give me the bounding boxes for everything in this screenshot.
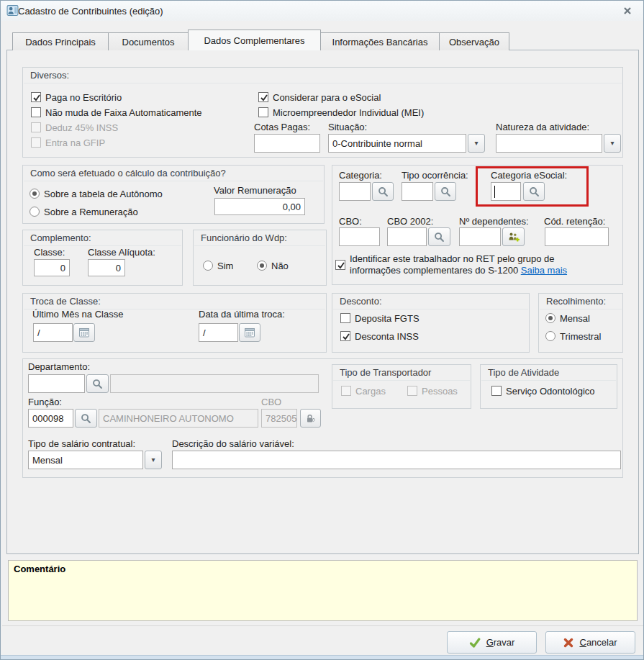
data-ultima-troca-input[interactable]: / bbox=[199, 323, 238, 342]
checkbox-label: Não muda de Faixa Automaticamente bbox=[45, 107, 202, 118]
checkbox-servico-odontologico[interactable]: Serviço Odontológico bbox=[491, 385, 595, 397]
natureza-atividade-select[interactable] bbox=[496, 134, 602, 153]
cbo-lookup-button[interactable] bbox=[300, 409, 321, 428]
departamento-name-field bbox=[110, 374, 319, 393]
tipo-salario-select[interactable]: Mensal bbox=[28, 451, 143, 469]
gravar-button[interactable]: Gravar bbox=[447, 631, 537, 654]
group-title: Funcionário do Wdp: bbox=[201, 232, 287, 243]
cancelar-button[interactable]: Cancelar bbox=[545, 631, 635, 654]
departamento-search-button[interactable] bbox=[86, 374, 109, 393]
radio-recolhimento-trimestral[interactable]: Trimestral bbox=[545, 330, 601, 342]
classe-aliquota-input[interactable]: 0 bbox=[88, 259, 125, 276]
tab-observacao[interactable]: Observação bbox=[439, 32, 509, 50]
categoria-label: Categoria: bbox=[339, 170, 382, 181]
annotation-highlight-categoria-esocial bbox=[476, 166, 589, 207]
ultimo-mes-input[interactable]: / bbox=[33, 323, 73, 342]
check-icon bbox=[469, 637, 481, 648]
checkbox-box bbox=[31, 92, 41, 102]
data-ultima-troca-calendar-button[interactable] bbox=[239, 323, 260, 342]
funcao-name-field: CAMINHONEIRO AUTONOMO bbox=[99, 409, 258, 428]
radio-sobre-remuneracao[interactable]: Sobre a Remuneração bbox=[30, 206, 138, 217]
situacao-select[interactable]: 0-Contribuinte normal bbox=[328, 134, 466, 153]
chevron-down-icon: ▾ bbox=[151, 456, 155, 464]
group-separator bbox=[481, 380, 616, 381]
funcao-input[interactable]: 000098 bbox=[28, 409, 73, 428]
funcao-search-button[interactable] bbox=[75, 409, 97, 428]
radio-label: Sobre a Remuneração bbox=[44, 207, 138, 217]
calendar-icon bbox=[244, 327, 255, 338]
checkbox-desconta-inss[interactable]: Desconta INSS bbox=[340, 330, 419, 342]
cotas-pagas-input[interactable] bbox=[254, 134, 320, 153]
categoria-search-button[interactable] bbox=[372, 182, 394, 201]
group-separator bbox=[333, 380, 470, 381]
tab-dados-principais[interactable]: Dados Principais bbox=[12, 32, 109, 50]
checkbox-label: Cargas bbox=[355, 386, 386, 397]
tab-documentos[interactable]: Documentos bbox=[108, 32, 189, 50]
num-dependentes-label: Nº dependentes: bbox=[459, 216, 529, 227]
classe-label: Classe: bbox=[34, 247, 65, 258]
comentario-area[interactable]: Comentário bbox=[8, 560, 638, 621]
cod-retencao-label: Cód. retenção: bbox=[544, 216, 605, 227]
checkbox-entra-na-gfip: Entra na GFIP bbox=[31, 137, 105, 148]
group-title: Desconto: bbox=[340, 296, 382, 307]
checkbox-box bbox=[31, 122, 41, 132]
situacao-dropdown-button[interactable]: ▾ bbox=[468, 134, 485, 153]
chevron-down-icon: ▾ bbox=[610, 140, 614, 147]
cbo-2002-search-button[interactable] bbox=[428, 227, 450, 246]
tipo-ocorrencia-search-button[interactable] bbox=[435, 182, 456, 201]
radio-circle bbox=[257, 261, 267, 271]
chevron-down-icon: ▾ bbox=[474, 140, 478, 147]
dialog-cadastro-contribuintes: Cadastro de Contribuintes (edição) Dados… bbox=[0, 0, 644, 660]
checkbox-label: Identificar este trabalhador no RET pelo… bbox=[350, 253, 606, 276]
natureza-dropdown-button[interactable]: ▾ bbox=[604, 134, 621, 153]
checkbox-label: Deposita FGTS bbox=[355, 313, 419, 324]
categoria-input[interactable] bbox=[339, 182, 371, 201]
cod-retencao-input[interactable] bbox=[545, 227, 609, 246]
checkbox-deposita-fgts[interactable]: Deposita FGTS bbox=[340, 312, 419, 324]
radio-circle bbox=[30, 207, 40, 217]
checkbox-considerar-esocial[interactable]: Considerar para o eSocial bbox=[258, 91, 381, 103]
desc-salario-input[interactable] bbox=[172, 451, 621, 469]
title-bar: Cadastro de Contribuintes (edição) bbox=[1, 1, 643, 21]
lock-drop-icon bbox=[305, 413, 316, 424]
radio-wdp-nao[interactable]: Não bbox=[257, 260, 289, 271]
tab-dados-complementares[interactable]: Dados Complementares bbox=[188, 30, 321, 50]
checkbox-box bbox=[258, 107, 268, 117]
checkbox-deduz-45-inss: Deduz 45% INSS bbox=[31, 122, 118, 133]
checkbox-box bbox=[340, 331, 350, 341]
checkbox-box bbox=[340, 313, 350, 323]
classe-input[interactable]: 0 bbox=[34, 259, 70, 276]
group-title: Troca de Classe: bbox=[30, 296, 101, 307]
tab-informacoes-bancarias[interactable]: Informações Bancárias bbox=[320, 32, 440, 50]
tipo-salario-dropdown-button[interactable]: ▾ bbox=[145, 451, 162, 469]
cbo-input[interactable] bbox=[339, 227, 380, 246]
tipo-ocorrencia-label: Tipo ocorrência: bbox=[402, 170, 468, 181]
radio-sobre-tabela-autonomo[interactable]: Sobre a tabela de Autônomo bbox=[30, 188, 163, 199]
checkbox-mei[interactable]: Microempreendedor Individual (MEI) bbox=[258, 107, 424, 118]
saiba-mais-link[interactable]: Saiba mais bbox=[521, 265, 567, 276]
ultimo-mes-calendar-button[interactable] bbox=[73, 323, 95, 342]
classe-aliquota-label: Classe Alíquota: bbox=[88, 247, 155, 258]
close-icon[interactable] bbox=[617, 3, 638, 19]
checkbox-identificar-ret[interactable]: Identificar este trabalhador no RET pelo… bbox=[335, 252, 617, 278]
group-separator bbox=[24, 181, 323, 181]
num-dependentes-input[interactable] bbox=[459, 227, 501, 246]
departamento-input[interactable] bbox=[28, 374, 85, 393]
group-title: Como será efetuado o cálculo da contribu… bbox=[30, 168, 226, 178]
group-separator bbox=[24, 245, 181, 246]
checkbox-paga-no-escritorio[interactable]: Paga no Escritório bbox=[31, 91, 122, 103]
radio-wdp-sim[interactable]: Sim bbox=[203, 260, 233, 271]
cbo-2002-input[interactable] bbox=[387, 227, 427, 246]
valor-remuneracao-input[interactable]: 0,00 bbox=[214, 198, 305, 215]
funcao-label: Função: bbox=[28, 397, 62, 407]
add-people-icon bbox=[508, 232, 520, 242]
radio-recolhimento-mensal[interactable]: Mensal bbox=[545, 312, 590, 324]
tipo-ocorrencia-input[interactable] bbox=[402, 182, 433, 201]
checkbox-box bbox=[491, 386, 502, 396]
radio-label: Sim bbox=[217, 261, 233, 271]
dependentes-button[interactable] bbox=[502, 227, 525, 246]
x-icon bbox=[563, 638, 573, 648]
checkbox-pessoas: Pessoas bbox=[407, 385, 458, 397]
checkbox-nao-muda-faixa[interactable]: Não muda de Faixa Automaticamente bbox=[31, 107, 202, 118]
checkbox-box bbox=[341, 386, 351, 396]
